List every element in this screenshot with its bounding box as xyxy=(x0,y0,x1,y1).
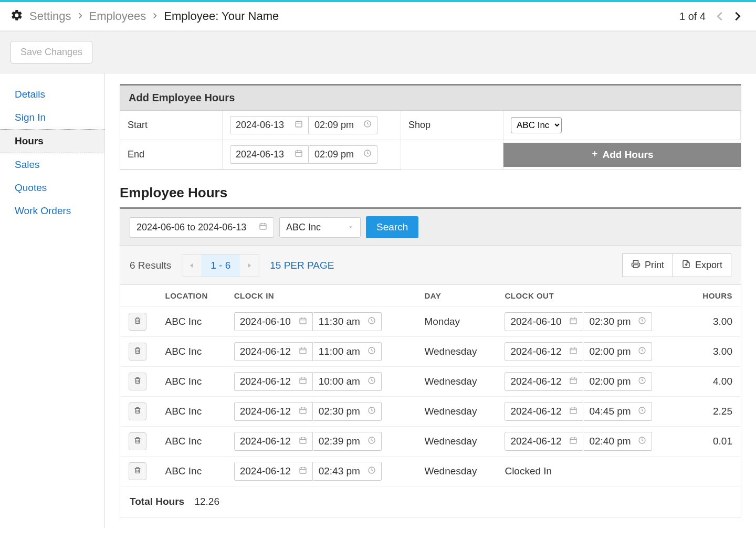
svg-rect-7 xyxy=(570,318,576,324)
calendar-icon xyxy=(569,436,578,447)
table-row: ABC Inc2024-06-1202:43 pmWednesdayClocke… xyxy=(120,457,741,486)
row-date-input[interactable]: 2024-06-12 xyxy=(505,432,583,451)
print-button[interactable]: Print xyxy=(622,253,673,277)
sidebar-item-details[interactable]: Details xyxy=(0,83,104,106)
row-day: Wednesday xyxy=(416,337,496,367)
row-time-input[interactable]: 11:30 am xyxy=(313,312,382,331)
filter-date-value: 2024-06-06 to 2024-06-13 xyxy=(136,222,246,233)
shop-select[interactable]: ABC Inc xyxy=(511,117,562,133)
delete-row-button[interactable] xyxy=(129,373,146,390)
sidebar-item-hours[interactable]: Hours xyxy=(0,129,104,153)
row-date-input[interactable]: 2024-06-12 xyxy=(234,402,313,421)
save-changes-button[interactable]: Save Changes xyxy=(10,41,92,63)
add-hours-button[interactable]: Add Hours xyxy=(503,143,741,167)
end-time-input[interactable]: 02:09 pm xyxy=(309,145,377,164)
delete-row-button[interactable] xyxy=(129,432,146,450)
row-date-input[interactable]: 2024-06-12 xyxy=(505,372,583,391)
row-day: Monday xyxy=(416,307,496,337)
row-day: Wednesday xyxy=(416,367,496,397)
pager-prev-button[interactable] xyxy=(712,8,728,24)
breadcrumb-employees[interactable]: Employees xyxy=(89,9,146,23)
start-date-input[interactable]: 2024-06-13 xyxy=(230,116,309,134)
col-clockout: CLOCK OUT xyxy=(496,285,687,307)
row-time-input[interactable]: 02:43 pm xyxy=(313,462,382,481)
delete-row-button[interactable] xyxy=(129,343,146,361)
clock-icon xyxy=(368,376,376,387)
row-time-input[interactable]: 02:00 pm xyxy=(584,372,652,391)
filter-bar: 2024-06-06 to 2024-06-13 ABC Inc Search xyxy=(120,207,741,246)
row-time-input[interactable]: 02:40 pm xyxy=(584,432,652,451)
print-label: Print xyxy=(645,260,664,271)
dropdown-icon xyxy=(348,222,354,233)
row-hours xyxy=(687,457,741,486)
trash-icon xyxy=(133,406,142,417)
sidebar-item-workorders[interactable]: Work Orders xyxy=(0,199,104,222)
page-next-button[interactable] xyxy=(240,255,259,277)
breadcrumb: Settings Employees Employee: Your Name 1… xyxy=(0,2,756,31)
calendar-icon xyxy=(569,346,578,357)
action-bar: Save Changes xyxy=(0,31,756,73)
employee-hours-heading: Employee Hours xyxy=(120,185,741,201)
row-time-input[interactable]: 02:39 pm xyxy=(313,432,382,451)
end-label: End xyxy=(120,140,223,169)
row-date-input[interactable]: 2024-06-10 xyxy=(234,312,313,331)
row-date-input[interactable]: 2024-06-12 xyxy=(505,342,583,361)
end-date-input[interactable]: 2024-06-13 xyxy=(230,145,309,164)
row-date-input[interactable]: 2024-06-12 xyxy=(234,462,313,481)
sidebar-item-sales[interactable]: Sales xyxy=(0,153,104,176)
search-button[interactable]: Search xyxy=(366,216,418,238)
row-date-input[interactable]: 2024-06-12 xyxy=(505,402,583,421)
col-hours: HOURS xyxy=(687,285,741,307)
calendar-icon xyxy=(569,316,578,327)
svg-rect-9 xyxy=(300,348,306,354)
row-time-input[interactable]: 04:45 pm xyxy=(584,402,652,421)
export-button[interactable]: Export xyxy=(673,253,731,277)
calendar-icon xyxy=(259,222,267,233)
delete-row-button[interactable] xyxy=(129,462,146,480)
row-day: Wednesday xyxy=(416,427,496,457)
row-date-input[interactable]: 2024-06-12 xyxy=(234,432,313,451)
row-time-input[interactable]: 02:30 pm xyxy=(313,402,382,421)
page-range[interactable]: 1 - 6 xyxy=(201,255,240,277)
row-location: ABC Inc xyxy=(157,307,226,337)
row-day: Wednesday xyxy=(416,457,496,486)
row-date-input[interactable]: 2024-06-10 xyxy=(505,312,583,331)
row-time-input[interactable]: 10:00 am xyxy=(313,372,382,391)
per-page-select[interactable]: 15 PER PAGE xyxy=(270,260,334,271)
filter-shop-select[interactable]: ABC Inc xyxy=(279,217,361,238)
calendar-icon xyxy=(295,149,303,160)
row-date-input[interactable]: 2024-06-12 xyxy=(234,342,313,361)
pager-next-button[interactable] xyxy=(730,8,746,24)
breadcrumb-settings[interactable]: Settings xyxy=(29,9,71,23)
clock-icon xyxy=(368,465,376,477)
page-prev-button[interactable] xyxy=(182,255,201,277)
sidebar-item-quotes[interactable]: Quotes xyxy=(0,176,104,199)
filter-date-range[interactable]: 2024-06-06 to 2024-06-13 xyxy=(130,217,274,238)
row-day: Wednesday xyxy=(416,397,496,427)
row-hours: 0.01 xyxy=(687,427,741,457)
svg-rect-4 xyxy=(260,224,266,229)
row-time-input[interactable]: 11:00 am xyxy=(313,342,382,361)
clock-icon xyxy=(368,406,376,417)
delete-row-button[interactable] xyxy=(129,402,146,420)
start-time-input[interactable]: 02:09 pm xyxy=(309,116,377,134)
table-row: ABC Inc2024-06-1011:30 amMonday2024-06-1… xyxy=(120,307,741,337)
clock-icon xyxy=(638,406,646,417)
row-time-input[interactable]: 02:30 pm xyxy=(584,312,652,331)
delete-row-button[interactable] xyxy=(129,313,146,331)
svg-rect-23 xyxy=(570,438,576,443)
row-location: ABC Inc xyxy=(157,337,226,367)
calendar-icon xyxy=(299,406,307,417)
clock-icon xyxy=(638,316,646,327)
row-location: ABC Inc xyxy=(157,427,226,457)
start-time-value: 02:09 pm xyxy=(314,120,354,131)
results-count: 6 Results xyxy=(130,260,171,271)
row-date-input[interactable]: 2024-06-12 xyxy=(234,372,313,391)
row-time-input[interactable]: 02:00 pm xyxy=(584,342,652,361)
start-date-value: 2024-06-13 xyxy=(236,120,284,131)
sidebar-item-signin[interactable]: Sign In xyxy=(0,106,104,129)
end-date-value: 2024-06-13 xyxy=(236,149,284,160)
trash-icon xyxy=(133,465,142,477)
clock-icon xyxy=(638,376,646,387)
table-row: ABC Inc2024-06-1211:00 amWednesday2024-0… xyxy=(120,337,741,367)
